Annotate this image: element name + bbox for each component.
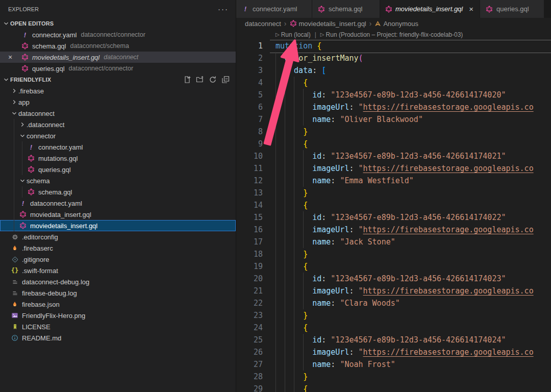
tree-file--editorconfig[interactable]: .editorconfig <box>0 231 236 242</box>
code-line[interactable]: 7name: "Oliver Blackwood" <box>236 113 551 126</box>
tab-schema-gql[interactable]: schema.gql <box>312 0 380 18</box>
new-file-button[interactable] <box>183 76 191 84</box>
code-line[interactable]: 18} <box>236 248 551 260</box>
tree-file-dataconnect-debug-log[interactable]: dataconnect-debug.log <box>0 276 236 287</box>
warn-icon: ! <box>18 199 28 207</box>
tree-file-schema-gql[interactable]: schema.gql <box>0 186 236 198</box>
codelens-run-link[interactable]: ▷Run (Production – Project: friendly-fli… <box>320 31 463 38</box>
code-line[interactable]: 17name: "Jack Stone" <box>236 236 551 248</box>
tab-connector-yaml[interactable]: !connector.yaml <box>236 0 312 18</box>
file-name: moviedetails_insert.gql <box>30 222 97 230</box>
code-line[interactable]: 24{ <box>236 322 551 334</box>
code-line[interactable]: 14{ <box>236 199 551 211</box>
tree-file-moviedetails-insert-gql[interactable]: moviedetails_insert.gql <box>0 220 236 231</box>
code-line[interactable]: 5id: "123e4567-e89b-12d3-a456-4266141740… <box>236 89 551 101</box>
tree-file-dataconnect-yaml[interactable]: !dataconnect.yaml <box>0 198 236 209</box>
open-editor-filename: queries.gql <box>32 65 65 72</box>
tree-file-moviedata-insert-gql[interactable]: moviedata_insert.gql <box>0 209 236 220</box>
tree-folder-schema[interactable]: schema <box>0 175 236 186</box>
tree-folder-app[interactable]: app <box>0 96 236 108</box>
open-editor-item[interactable]: × moviedetails_insert.gqldataconnect <box>0 52 236 63</box>
code-line[interactable]: 26imageUrl: "https://firebasestorage.goo… <box>236 346 551 358</box>
file-name: LICENSE <box>22 323 51 331</box>
line-number: 10 <box>236 150 263 162</box>
breadcrumb-label: moviedetails_insert.gql <box>299 20 366 28</box>
code-line[interactable]: 13} <box>236 187 551 199</box>
codelens-run-link[interactable]: ▷Run (local) <box>276 31 311 38</box>
code-line[interactable]: 25id: "123e4567-e89b-12d3-a456-426614174… <box>236 334 551 346</box>
code-line[interactable]: 20id: "123e4567-e89b-12d3-a456-426614174… <box>236 273 551 285</box>
code-line[interactable]: 1mutation { <box>236 40 551 52</box>
graphql-icon <box>20 42 30 50</box>
open-editors-section-header[interactable]: OPEN EDITORS <box>0 18 236 29</box>
code-line[interactable]: 22name: "Clara Woods" <box>236 297 551 309</box>
tree-file-firebase-json[interactable]: firebase.json <box>0 299 236 310</box>
open-editor-item[interactable]: !connector.yamldataconnect/connector <box>0 29 236 40</box>
braces-icon: {} <box>10 266 19 275</box>
tree-file-friendlyflix-hero-png[interactable]: FriendlyFlix-Hero.png <box>0 310 236 321</box>
tree-file-mutations-gql[interactable]: mutations.gql <box>0 153 236 164</box>
tree-file--firebaserc[interactable]: .firebaserc <box>0 242 236 254</box>
line-number: 15 <box>236 211 263 224</box>
codelens-label: Run (Production – Project: friendly-flix… <box>326 31 463 38</box>
tree-folder--firebase[interactable]: .firebase <box>0 85 236 96</box>
code-line[interactable]: 4{ <box>236 77 551 89</box>
code-line[interactable]: 21imageUrl: "https://firebasestorage.goo… <box>236 285 551 297</box>
tree-file-queries-gql[interactable]: queries.gql <box>0 164 236 175</box>
file-name: FriendlyFlix-Hero.png <box>22 312 85 320</box>
code-line[interactable]: 2actor_insertMany( <box>236 52 551 64</box>
chevron-down-icon <box>2 76 10 84</box>
code-line[interactable]: 19{ <box>236 260 551 273</box>
collapse-folders-button[interactable] <box>221 76 230 84</box>
tab-moviedetails-insert-gql[interactable]: moviedetails_insert.gql× <box>380 0 480 18</box>
tree-folder--dataconnect[interactable]: .dataconnect <box>0 119 236 130</box>
code-editor[interactable]: 1mutation {2actor_insertMany(3data: [4{5… <box>236 40 551 392</box>
tree-folder-dataconnect[interactable]: dataconnect <box>0 108 236 119</box>
code-line[interactable]: 12name: "Emma Westfield" <box>236 175 551 187</box>
tab-queries-gql[interactable]: queries.gql <box>480 0 544 18</box>
code-line[interactable]: 9{ <box>236 138 551 150</box>
image-icon <box>10 311 19 320</box>
tree-file--gitignore[interactable]: .gitignore <box>0 254 236 265</box>
code-line[interactable]: 10id: "123e4567-e89b-12d3-a456-426614174… <box>236 150 551 162</box>
line-number: 9 <box>236 138 263 150</box>
license-icon <box>10 323 19 331</box>
code-line[interactable]: 29{ <box>236 383 551 392</box>
code-line[interactable]: 6imageUrl: "https://firebasestorage.goog… <box>236 101 551 113</box>
refresh-explorer-button[interactable] <box>209 76 217 84</box>
more-actions-icon[interactable]: ··· <box>218 5 229 13</box>
close-icon[interactable]: × <box>468 5 474 13</box>
tree-file-connector-yaml[interactable]: !connector.yaml <box>0 141 236 153</box>
open-editor-item[interactable]: queries.gqldataconnect/connector <box>0 63 236 74</box>
codelens-row: ▷Run (local)|▷Run (Production – Project:… <box>236 29 551 40</box>
code-line[interactable]: 16imageUrl: "https://firebasestorage.goo… <box>236 224 551 236</box>
folder-name: schema <box>27 177 50 185</box>
git-icon <box>10 255 19 263</box>
open-editor-item[interactable]: schema.gqldataconnect/schema <box>0 40 236 52</box>
close-icon[interactable]: × <box>6 53 14 61</box>
tree-file--swift-format[interactable]: {}.swift-format <box>0 265 236 276</box>
breadcrumb-item[interactable]: Anonymous <box>374 20 418 28</box>
graphql-icon <box>290 20 297 27</box>
chev-right-icon <box>18 120 27 129</box>
breadcrumb-item[interactable]: moviedetails_insert.gql <box>290 20 366 28</box>
open-editor-path: dataconnect <box>104 54 138 61</box>
code-line[interactable]: 28} <box>236 371 551 383</box>
tree-folder-connector[interactable]: connector <box>0 130 236 141</box>
tree-file-readme-md[interactable]: README.md <box>0 332 236 344</box>
code-line[interactable]: 3data: [ <box>236 64 551 77</box>
anon-icon <box>374 20 381 27</box>
breadcrumb-item[interactable]: dataconnect <box>245 20 281 28</box>
open-editors-list: !connector.yamldataconnect/connector sch… <box>0 29 236 74</box>
code-line[interactable]: 23} <box>236 309 551 322</box>
open-editor-path: dataconnect/connector <box>81 31 145 38</box>
tree-file-license[interactable]: LICENSE <box>0 321 236 332</box>
tree-file-firebase-debug-log[interactable]: firebase-debug.log <box>0 287 236 299</box>
workspace-section-header[interactable]: FRIENDLYFLIX <box>0 74 236 85</box>
code-line[interactable]: 15id: "123e4567-e89b-12d3-a456-426614174… <box>236 211 551 224</box>
breadcrumb: dataconnect› moviedetails_insert.gql› An… <box>236 18 551 29</box>
code-line[interactable]: 27name: "Noah Frost" <box>236 358 551 371</box>
code-line[interactable]: 8} <box>236 126 551 138</box>
code-line[interactable]: 11imageUrl: "https://firebasestorage.goo… <box>236 162 551 175</box>
new-folder-button[interactable] <box>196 76 204 84</box>
